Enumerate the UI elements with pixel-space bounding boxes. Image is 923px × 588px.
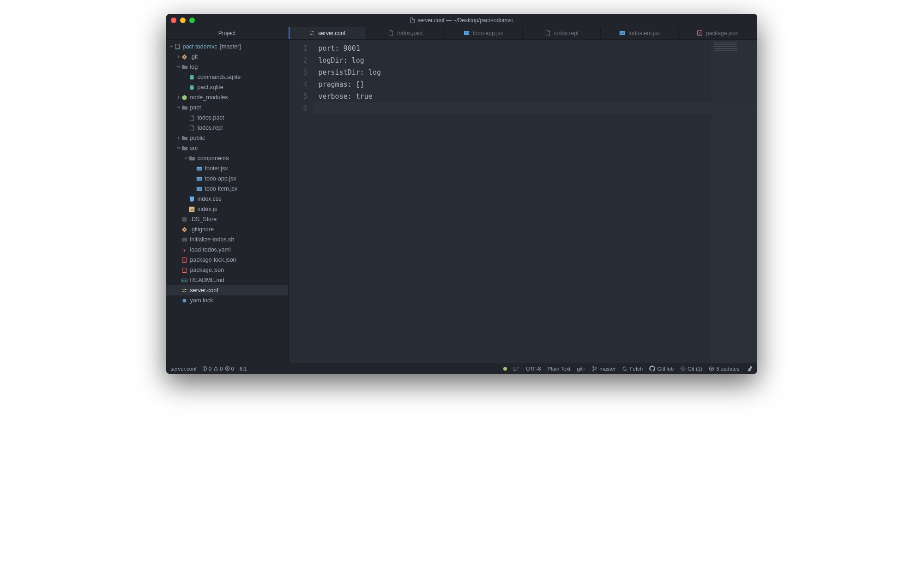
branch-icon xyxy=(592,366,597,372)
tree-item[interactable]: todos.repl xyxy=(166,123,288,133)
tree-item[interactable]: {}package.json xyxy=(166,265,288,275)
json-icon: {} xyxy=(697,30,703,36)
tree-item-label: todo-item.jsx xyxy=(205,186,238,192)
node-icon xyxy=(181,95,188,101)
tree-item-label: .gitignore xyxy=(190,226,214,233)
tree-item[interactable]: server.conf xyxy=(166,285,288,295)
tree-item[interactable]: todos.pact xyxy=(166,113,288,123)
tree-item[interactable]: .DS_Store xyxy=(166,214,288,224)
jsx-icon: JSX xyxy=(196,186,203,192)
svg-point-22 xyxy=(182,299,186,302)
status-branch[interactable]: master xyxy=(592,366,615,372)
db-icon xyxy=(188,84,196,90)
code-line[interactable]: persistDir: log xyxy=(314,66,757,78)
tab-label: todo-item.jsx xyxy=(628,30,660,36)
tree-item[interactable]: components xyxy=(166,153,288,163)
tree-item[interactable]: pact.sqlite xyxy=(166,82,288,92)
tab-label: package.json xyxy=(706,30,739,36)
close-window-button[interactable] xyxy=(171,18,176,23)
file-tree[interactable]: pact-todomvc[master].gitlogcommands.sqli… xyxy=(166,40,288,363)
tab-label: todos.pact xyxy=(397,30,422,36)
status-cursor-position[interactable]: 6:1 xyxy=(240,366,247,372)
jsx-icon: JSX xyxy=(196,166,203,172)
tree-item[interactable]: node_modules xyxy=(166,92,288,102)
git-icon xyxy=(181,54,188,60)
folder-icon xyxy=(181,104,188,111)
svg-text:{}: {} xyxy=(184,258,186,261)
status-line-ending[interactable]: LF xyxy=(513,366,519,372)
tree-item[interactable]: pact xyxy=(166,102,288,113)
status-git-status[interactable]: git+ xyxy=(577,366,585,372)
line-number: 1 xyxy=(289,42,308,54)
tab[interactable]: todos.pact xyxy=(367,27,445,39)
minimize-window-button[interactable] xyxy=(180,18,186,23)
yaml-icon: Y xyxy=(181,247,188,253)
svg-point-20 xyxy=(183,289,184,290)
tree-item-label: initialize-todos.sh xyxy=(190,236,235,243)
tree-item[interactable]: yarn.lock xyxy=(166,295,288,306)
tab[interactable]: server.conf xyxy=(289,27,367,39)
code-line[interactable]: logDir: log xyxy=(314,54,757,66)
status-github[interactable]: GitHub xyxy=(649,366,674,372)
tree-item[interactable]: .git xyxy=(166,52,288,62)
tree-item[interactable]: JSXfooter.jsx xyxy=(166,163,288,174)
jsx-icon: JSX xyxy=(619,30,626,36)
svg-rect-33 xyxy=(205,369,205,370)
tree-root-label: pact-todomvc xyxy=(183,43,217,50)
chevron-down-icon xyxy=(176,65,181,69)
svg-point-37 xyxy=(596,367,597,368)
tree-item[interactable]: index.css xyxy=(166,194,288,204)
tree-item[interactable]: log xyxy=(166,62,288,72)
minimap[interactable] xyxy=(711,40,757,363)
tab[interactable]: JSXtodo-item.jsx xyxy=(601,27,679,39)
file-icon xyxy=(188,115,196,121)
json-icon: {} xyxy=(181,267,188,273)
status-grammar[interactable]: Plain Text xyxy=(548,366,571,372)
tree-item[interactable]: commands.sqlite xyxy=(166,72,288,82)
file-icon xyxy=(388,30,394,36)
status-diagnostics[interactable]: 0 0 0 xyxy=(202,366,234,372)
code-area[interactable]: port: 9001logDir: logpersistDir: logprag… xyxy=(314,40,757,363)
tab-label: server.conf xyxy=(318,30,345,36)
tree-item[interactable]: src xyxy=(166,143,288,153)
svg-point-24 xyxy=(313,34,314,35)
tab[interactable]: {}package.json xyxy=(679,27,757,39)
sidebar-header: Project xyxy=(166,27,288,40)
status-updates[interactable]: 3 updates xyxy=(709,366,740,372)
tree-item[interactable]: initialize-todos.sh xyxy=(166,234,288,245)
editor-pane: server.conftodos.pactJSXtodo-app.jsxtodo… xyxy=(289,27,757,363)
status-encoding[interactable]: UTF-8 xyxy=(526,366,541,372)
code-line[interactable]: port: 9001 xyxy=(314,42,757,54)
file-icon xyxy=(410,18,415,23)
code-line[interactable]: verbose: true xyxy=(314,90,757,102)
maximize-window-button[interactable] xyxy=(189,18,195,23)
repo-icon xyxy=(174,43,181,50)
js-icon: JS xyxy=(188,206,196,212)
tab[interactable]: todos.repl xyxy=(523,27,601,39)
tree-item-label: package.json xyxy=(190,267,224,273)
status-squirrel[interactable] xyxy=(746,366,753,372)
tree-item[interactable]: JSXtodo-app.jsx xyxy=(166,174,288,184)
code-line[interactable] xyxy=(314,102,757,114)
status-filename[interactable]: server.conf xyxy=(171,366,197,372)
tree-item[interactable]: public xyxy=(166,133,288,143)
tree-item[interactable]: README.md xyxy=(166,275,288,285)
tree-item[interactable]: JSindex.js xyxy=(166,204,288,214)
tab[interactable]: JSXtodo-app.jsx xyxy=(445,27,523,39)
code-line[interactable]: pragmas: [] xyxy=(314,78,757,90)
status-fetch[interactable]: Fetch xyxy=(622,366,643,372)
tree-item[interactable]: JSXtodo-item.jsx xyxy=(166,184,288,194)
tree-item[interactable]: Yload-todos.yaml xyxy=(166,245,288,255)
tree-item-label: log xyxy=(190,64,198,70)
tree-root[interactable]: pact-todomvc[master] xyxy=(166,42,288,52)
tree-item[interactable]: {}package-lock.json xyxy=(166,255,288,265)
line-number: 3 xyxy=(289,66,308,78)
conf-icon xyxy=(181,288,188,294)
git-icon xyxy=(680,366,686,372)
svg-point-1 xyxy=(190,75,193,76)
window-controls xyxy=(171,18,195,23)
status-git-count[interactable]: Git (1) xyxy=(680,366,702,372)
editor-body[interactable]: 123456 port: 9001logDir: logpersistDir: … xyxy=(289,40,757,363)
file-icon xyxy=(545,30,551,36)
tree-item[interactable]: .gitignore xyxy=(166,224,288,234)
